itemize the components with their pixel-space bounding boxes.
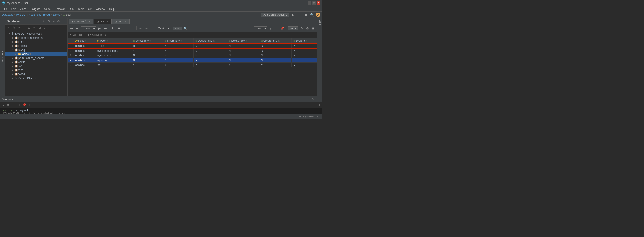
select-priv-cell[interactable]: N: [131, 53, 163, 58]
expand-button[interactable]: ⊞: [311, 26, 316, 31]
db-import-btn[interactable]: ⬇: [22, 26, 26, 30]
menu-tools[interactable]: Tools: [76, 7, 86, 11]
update-priv-cell[interactable]: N: [194, 53, 227, 58]
table-row[interactable]: 4localhostmysql.sysNNNNNN: [68, 58, 317, 63]
menu-help[interactable]: Help: [107, 7, 116, 11]
minimize-button[interactable]: ─: [308, 1, 311, 5]
tree-item-tables[interactable]: ▶ 📂 tables 38: [5, 52, 68, 56]
tab-close-user[interactable]: ✕: [106, 20, 109, 23]
create-priv-cell[interactable]: N: [259, 48, 292, 53]
pin-button[interactable]: 📌: [280, 26, 285, 31]
tree-item-test[interactable]: ▶ 📋 test: [5, 68, 68, 72]
export-button[interactable]: ↓: [268, 26, 273, 31]
db-table-btn[interactable]: ⊞: [27, 26, 31, 30]
row-num-cell[interactable]: 1: [68, 44, 73, 48]
first-row-button[interactable]: ⏮: [69, 26, 74, 31]
csv-select[interactable]: CSV JSON SQL: [254, 26, 267, 30]
window-controls[interactable]: ─ □ ✕: [308, 1, 320, 5]
host-cell[interactable]: localhost: [73, 63, 95, 68]
drop-priv-cell[interactable]: Y: [292, 63, 317, 68]
close-button[interactable]: ✕: [317, 1, 320, 5]
db-new-button[interactable]: +: [42, 19, 46, 24]
col-insert-priv[interactable]: ⊞Insert_priv ⇅: [163, 38, 194, 44]
row-num-cell[interactable]: 3: [68, 53, 73, 58]
delete-priv-cell[interactable]: N: [227, 48, 259, 53]
add-configuration-button[interactable]: Add Configuration...: [261, 12, 290, 17]
tree-item-performance-schema[interactable]: ▶ 📋 performance_schema: [5, 56, 68, 60]
stop-button[interactable]: ⏹: [303, 12, 308, 17]
select-priv-cell[interactable]: N: [131, 58, 163, 63]
drop-priv-cell[interactable]: N: [292, 53, 317, 58]
delete-priv-cell[interactable]: N: [227, 58, 259, 63]
breadcrumb-mysql-db[interactable]: mysql: [43, 13, 50, 16]
row-num-cell[interactable]: 4: [68, 58, 73, 63]
settings-button[interactable]: ⚙: [305, 26, 310, 31]
filter-col-button[interactable]: ⊿: [274, 26, 279, 31]
drop-priv-cell[interactable]: N: [292, 48, 317, 53]
col-create-priv[interactable]: ⊞Create_priv ⇅: [259, 38, 292, 44]
tab-close-emp[interactable]: ✕: [125, 20, 127, 23]
run-button[interactable]: ▶: [291, 12, 296, 17]
delete-priv-cell[interactable]: Y: [227, 63, 259, 68]
services-add-button[interactable]: +: [27, 103, 32, 107]
menu-run[interactable]: Run: [67, 7, 76, 11]
prev-row-button[interactable]: ◀: [75, 26, 80, 31]
update-priv-cell[interactable]: Y: [194, 63, 227, 68]
insert-priv-cell[interactable]: N: [163, 58, 194, 63]
update-priv-cell[interactable]: N: [194, 48, 227, 53]
drop-priv-cell[interactable]: N: [292, 44, 317, 48]
breadcrumb-database[interactable]: Database: [2, 13, 13, 16]
table-row[interactable]: 5localhostrootYYYYYY: [68, 63, 317, 68]
table-row[interactable]: 2localhostmysql.infoschemaYNNNNN: [68, 48, 317, 53]
db-edit-btn[interactable]: ✎: [32, 26, 36, 30]
db-refresh2-btn[interactable]: ↻: [16, 26, 21, 30]
search-button-top[interactable]: 🔍: [310, 12, 314, 17]
delete-row-button[interactable]: −: [130, 26, 135, 31]
menu-view[interactable]: View: [18, 7, 27, 11]
tree-item-itheima[interactable]: ▶ 📋 itheima: [5, 44, 68, 48]
tab-emp[interactable]: ⊞ emp ✕: [112, 19, 130, 24]
create-priv-cell[interactable]: N: [259, 58, 292, 63]
tree-item-itcast[interactable]: ▶ 📋 itcast: [5, 40, 68, 44]
create-priv-cell[interactable]: N: [259, 53, 292, 58]
user-cell[interactable]: root: [95, 63, 131, 68]
select-priv-cell[interactable]: N: [131, 44, 163, 48]
user-cell[interactable]: Aileen: [95, 44, 131, 48]
row-num-cell[interactable]: 2: [68, 48, 73, 53]
db-filter-button[interactable]: ⊿: [51, 19, 56, 24]
ddl-search-button[interactable]: 🔍: [183, 26, 188, 31]
last-row-button[interactable]: ⏭: [103, 26, 108, 31]
services-tx1-button[interactable]: ≡: [6, 103, 10, 107]
create-priv-cell[interactable]: N: [259, 44, 292, 48]
col-user[interactable]: 🔑User ⇅: [95, 38, 131, 44]
add-row-button[interactable]: +: [124, 26, 129, 31]
table-row[interactable]: 3localhostmysql.sessionNNNNNN: [68, 53, 317, 58]
menu-code[interactable]: Code: [42, 7, 52, 11]
delete-priv-cell[interactable]: N: [227, 44, 259, 48]
user-cell[interactable]: mysql.sys: [95, 58, 131, 63]
col-drop-priv[interactable]: ⊞Drop_p ⇅: [292, 38, 317, 44]
tree-item-sakila[interactable]: ▶ 📋 sakila: [5, 60, 68, 64]
menu-refactor[interactable]: Refactor: [53, 7, 66, 11]
col-host[interactable]: 🔑Host ⇅: [73, 38, 95, 44]
next-row-button[interactable]: ▶: [97, 26, 102, 31]
db-settings-button[interactable]: ⚙: [56, 19, 61, 24]
host-cell[interactable]: localhost: [73, 53, 95, 58]
tree-item-world[interactable]: ▶ 📋 world: [5, 72, 68, 76]
delete-priv-cell[interactable]: N: [227, 53, 259, 58]
db-prop-btn[interactable]: ⊟: [37, 26, 42, 30]
select-priv-cell[interactable]: Y: [131, 48, 163, 53]
db-add-btn[interactable]: +: [6, 26, 11, 30]
row-num-cell[interactable]: 5: [68, 63, 73, 68]
data-area[interactable]: 🔑Host ⇅ 🔑User ⇅ ⊞Select_priv ⇅ ⊞Inse: [68, 38, 317, 96]
services-collapse-button[interactable]: −: [316, 97, 320, 102]
menu-navigate[interactable]: Navigate: [28, 7, 42, 11]
rows-select[interactable]: 5 rows 10 rows 20 rows: [81, 26, 96, 30]
menu-edit[interactable]: Edit: [9, 7, 18, 11]
services-grid-button[interactable]: ⊞: [16, 103, 21, 107]
host-cell[interactable]: localhost: [73, 58, 95, 63]
tree-item-mysql-root[interactable]: ▼ 🗄 MySQL - @localhost 9: [5, 32, 68, 36]
insert-priv-cell[interactable]: Y: [163, 63, 194, 68]
services-wrap-button[interactable]: ⊟: [316, 103, 321, 107]
host-cell[interactable]: localhost: [73, 44, 95, 48]
